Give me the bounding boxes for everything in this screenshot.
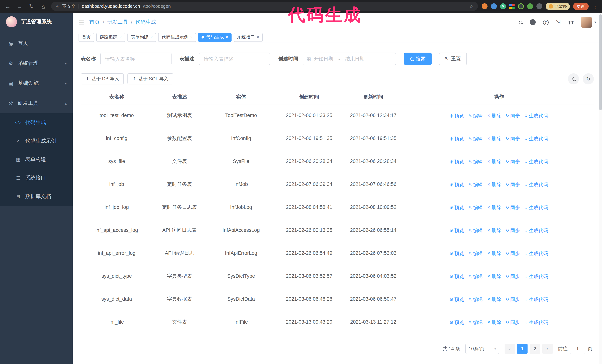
paused-badge[interactable]: 已暂停 — [546, 3, 570, 10]
generate-code-link[interactable]: ↧生成代码 — [524, 158, 548, 165]
edit-link[interactable]: ✎编辑 — [468, 319, 483, 326]
edit-link[interactable]: ✎编辑 — [468, 112, 483, 119]
delete-link[interactable]: ✕删除 — [487, 250, 501, 257]
close-icon[interactable]: ✕ — [226, 36, 228, 39]
generate-code-link[interactable]: ↧生成代码 — [524, 181, 548, 188]
breadcrumb-devtools[interactable]: 研发工具 — [107, 19, 128, 26]
tab-form-builder[interactable]: 表单构建 ✕ — [127, 33, 156, 42]
sync-link[interactable]: ↻同步 — [506, 158, 520, 165]
tab-codegen-example[interactable]: 代码生成示例 ✕ — [158, 33, 196, 42]
preview-link[interactable]: ◉预览 — [450, 204, 464, 211]
import-sql-button[interactable]: ↥ 基于 SQL 导入 — [128, 73, 173, 84]
generate-code-link[interactable]: ↧生成代码 — [524, 319, 548, 326]
sync-link[interactable]: ↻同步 — [506, 296, 520, 303]
sync-link[interactable]: ↻同步 — [506, 273, 520, 280]
preview-link[interactable]: ◉预览 — [450, 250, 464, 257]
github-icon[interactable] — [530, 19, 536, 25]
extension-icon-dark[interactable] — [518, 3, 524, 9]
toggle-search-button[interactable] — [568, 73, 579, 84]
generate-code-link[interactable]: ↧生成代码 — [524, 273, 548, 280]
table-name-input[interactable] — [100, 52, 171, 65]
extension-icon-grid[interactable] — [509, 4, 515, 9]
delete-link[interactable]: ✕删除 — [487, 227, 501, 234]
delete-link[interactable]: ✕删除 — [487, 319, 501, 326]
preview-link[interactable]: ◉预览 — [450, 135, 464, 142]
import-db-button[interactable]: ↥ 基于 DB 导入 — [81, 73, 124, 84]
forward-icon[interactable]: → — [16, 3, 24, 10]
generate-code-link[interactable]: ↧生成代码 — [524, 296, 548, 303]
sidebar-item-devtools[interactable]: ⚒ 研发工具 ▴ — [0, 93, 73, 113]
back-icon[interactable]: ← — [4, 3, 12, 10]
update-button[interactable]: 更新 — [573, 3, 589, 10]
delete-link[interactable]: ✕删除 — [487, 158, 501, 165]
preview-link[interactable]: ◉预览 — [450, 112, 464, 119]
extension-icon-blue[interactable] — [491, 3, 497, 9]
sidebar-item-home[interactable]: ◉ 首页 — [0, 33, 73, 53]
sidebar-item-db-doc[interactable]: ⊞ 数据库文档 — [0, 187, 73, 206]
edit-link[interactable]: ✎编辑 — [468, 158, 483, 165]
goto-page-input[interactable] — [570, 344, 585, 354]
generate-code-link[interactable]: ↧生成代码 — [524, 204, 548, 211]
browser-menu-icon[interactable]: ⋮ — [592, 3, 598, 9]
font-size-icon[interactable]: TT — [568, 19, 574, 25]
extension-icon-orange[interactable] — [482, 3, 487, 9]
sidebar-item-form-builder[interactable]: ▦ 表单构建 — [0, 150, 73, 169]
edit-link[interactable]: ✎编辑 — [468, 135, 483, 142]
prev-page-button[interactable]: ‹ — [505, 344, 515, 354]
preview-link[interactable]: ◉预览 — [450, 181, 464, 188]
sync-link[interactable]: ↻同步 — [506, 319, 520, 326]
date-range-picker[interactable]: ▦ 开始日期 - 结束日期 — [303, 52, 396, 65]
close-icon[interactable]: ✕ — [150, 36, 153, 39]
help-icon[interactable]: ? — [543, 20, 548, 25]
preview-link[interactable]: ◉预览 — [450, 319, 464, 326]
refresh-table-button[interactable]: ↻ — [583, 73, 594, 84]
home-icon[interactable]: ⌂ — [39, 3, 47, 10]
preview-link[interactable]: ◉预览 — [450, 158, 464, 165]
vue-devtools-icon[interactable]: V — [500, 3, 506, 9]
close-icon[interactable]: ✕ — [190, 36, 193, 39]
sync-link[interactable]: ↻同步 — [506, 204, 520, 211]
bookmark-star-icon[interactable]: ☆ — [469, 3, 473, 9]
delete-link[interactable]: ✕删除 — [487, 273, 501, 280]
close-icon[interactable]: ✕ — [257, 36, 259, 39]
delete-link[interactable]: ✕删除 — [487, 181, 501, 188]
tab-codegen[interactable]: 代码生成 ✕ — [198, 33, 231, 42]
sidebar-item-codegen-example[interactable]: ✓ 代码生成示例 — [0, 132, 73, 150]
search-icon[interactable] — [519, 21, 522, 24]
tab-home[interactable]: 首页 — [78, 33, 94, 42]
sidebar-item-system-api[interactable]: ☰ 系统接口 — [0, 169, 73, 187]
delete-link[interactable]: ✕删除 — [487, 296, 501, 303]
sync-link[interactable]: ↻同步 — [506, 250, 520, 257]
generate-code-link[interactable]: ↧生成代码 — [524, 250, 548, 257]
sidebar-item-codegen[interactable]: </> 代码生成 — [0, 113, 73, 132]
delete-link[interactable]: ✕删除 — [487, 204, 501, 211]
sidebar-item-infra[interactable]: ▣ 基础设施 ▾ — [0, 73, 73, 93]
reload-icon[interactable]: ↻ — [27, 3, 36, 10]
extensions-puzzle-icon[interactable] — [537, 3, 542, 9]
page-size-select[interactable]: 10条/页 ▾ — [465, 344, 499, 354]
edit-link[interactable]: ✎编辑 — [468, 273, 483, 280]
next-page-button[interactable]: › — [542, 344, 553, 354]
reset-button[interactable]: ↻ 重置 — [439, 52, 467, 65]
edit-link[interactable]: ✎编辑 — [468, 296, 483, 303]
tab-system-api[interactable]: 系统接口 ✕ — [234, 33, 262, 42]
address-bar[interactable]: ⚠ 不安全 dashboard.yudao.iocoder.cn /tool/c… — [51, 2, 478, 11]
sync-link[interactable]: ↻同步 — [506, 181, 520, 188]
sidebar-item-system[interactable]: ⚙ 系统管理 ▾ — [0, 53, 73, 73]
tab-tracing[interactable]: 链路追踪 ✕ — [96, 33, 125, 42]
edit-link[interactable]: ✎编辑 — [468, 204, 483, 211]
delete-link[interactable]: ✕删除 — [487, 112, 501, 119]
extension-icon-green[interactable] — [527, 3, 533, 9]
edit-link[interactable]: ✎编辑 — [468, 250, 483, 257]
breadcrumb-home[interactable]: 首页 — [89, 19, 100, 26]
close-icon[interactable]: ✕ — [119, 36, 122, 39]
generate-code-link[interactable]: ↧生成代码 — [524, 135, 548, 142]
generate-code-link[interactable]: ↧生成代码 — [524, 112, 548, 119]
page-button-1[interactable]: 1 — [517, 344, 527, 354]
preview-link[interactable]: ◉预览 — [450, 296, 464, 303]
edit-link[interactable]: ✎编辑 — [468, 227, 483, 234]
generate-code-link[interactable]: ↧生成代码 — [524, 227, 548, 234]
user-menu[interactable]: ▾ — [581, 17, 596, 28]
preview-link[interactable]: ◉预览 — [450, 273, 464, 280]
delete-link[interactable]: ✕删除 — [487, 135, 501, 142]
